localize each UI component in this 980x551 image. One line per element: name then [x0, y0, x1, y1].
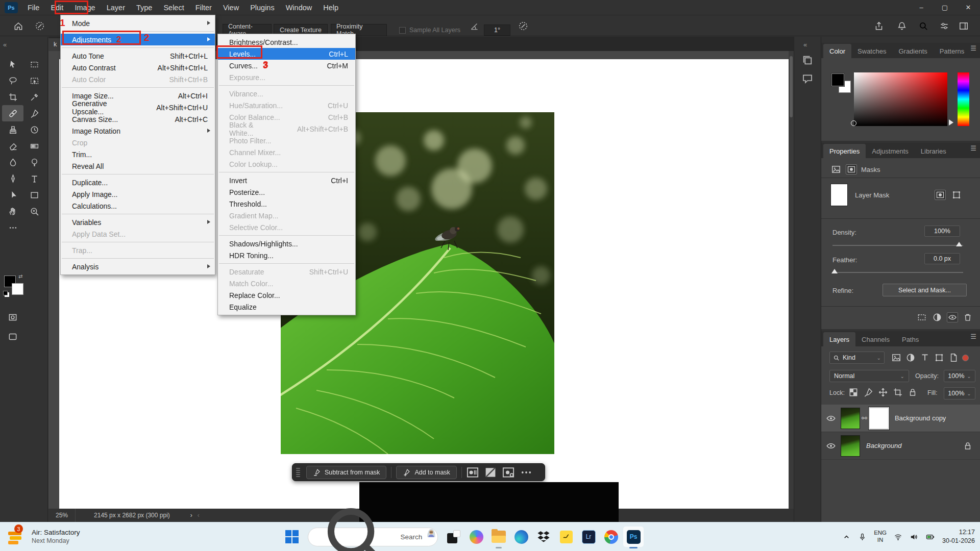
- tool-eyedropper[interactable]: [23, 89, 45, 105]
- collapse-toolbar-icon[interactable]: «: [3, 41, 7, 48]
- tool-dodge[interactable]: [23, 154, 45, 170]
- clock-date[interactable]: 12:1730-01-2026: [942, 528, 975, 545]
- default-colors-icon[interactable]: [3, 291, 8, 295]
- disable-mask-icon[interactable]: [483, 466, 498, 479]
- volume-icon[interactable]: [910, 533, 918, 541]
- tool-clone-stamp[interactable]: [2, 121, 23, 138]
- more-options-icon[interactable]: [519, 466, 533, 479]
- add-to-mask-button[interactable]: Add to mask: [396, 466, 456, 479]
- menu-item[interactable]: Color Lookup...: [218, 158, 355, 170]
- taskbar-app-lightroom[interactable]: Lr: [578, 527, 599, 547]
- feather-slider[interactable]: [832, 272, 963, 273]
- foreground-background-colors[interactable]: ⇄: [4, 276, 28, 299]
- taskbar-app-sticky-notes[interactable]: [556, 527, 576, 547]
- history-panel-icon[interactable]: [801, 54, 814, 66]
- battery-icon[interactable]: [925, 533, 935, 541]
- load-selection-icon[interactable]: [916, 312, 927, 322]
- tool-object-selection[interactable]: [23, 72, 45, 89]
- menu-item[interactable]: Match Color...: [218, 278, 355, 289]
- taskbar-app-file-explorer[interactable]: [488, 527, 509, 547]
- tool-type[interactable]: [23, 170, 45, 187]
- tool-spot-healing-brush[interactable]: [2, 105, 23, 121]
- subtract-from-mask-button[interactable]: Subtract from mask: [306, 466, 386, 479]
- panel-menu-icon[interactable]: ☰: [970, 147, 976, 149]
- panel-tab[interactable]: Swatches: [851, 44, 892, 58]
- menu-item[interactable]: Reveal All: [61, 160, 215, 172]
- select-and-mask-button[interactable]: Select and Mask...: [883, 284, 967, 296]
- status-back-icon[interactable]: ‹: [198, 512, 200, 519]
- layer-row-background-copy[interactable]: ⚯ Background copy: [821, 405, 980, 432]
- feather-value-field[interactable]: 0.0 px: [924, 253, 960, 264]
- share-icon[interactable]: [874, 21, 884, 31]
- photoshop-app-icon[interactable]: Ps: [5, 2, 18, 13]
- tool-marquee[interactable]: [23, 56, 45, 72]
- tool-path-selection[interactable]: [2, 187, 23, 203]
- tool-rectangle[interactable]: [23, 187, 45, 203]
- close-button[interactable]: ✕: [957, 0, 980, 15]
- menu-item[interactable]: Apply Data Set...: [61, 228, 215, 240]
- notifications-bell-icon[interactable]: [897, 21, 907, 31]
- filter-shape-layers-icon[interactable]: [934, 353, 945, 363]
- lock-transparency-icon[interactable]: [848, 387, 859, 397]
- panel-tab[interactable]: Channels: [855, 332, 896, 346]
- search-icon[interactable]: [918, 21, 928, 31]
- menu-item[interactable]: Calculations...: [61, 200, 215, 212]
- menu-item[interactable]: Trim...: [61, 148, 215, 160]
- opacity-field[interactable]: 100%⌄: [944, 370, 975, 382]
- pixel-layer-properties-icon[interactable]: [830, 164, 842, 174]
- tool-move[interactable]: [2, 56, 23, 72]
- lock-pixels-brush-icon[interactable]: [863, 387, 874, 397]
- menu-item[interactable]: Shadows/Highlights...: [218, 238, 355, 249]
- maximize-button[interactable]: ▢: [933, 0, 957, 15]
- menu-item[interactable]: Crop: [61, 137, 215, 148]
- menu-item[interactable]: Hue/Saturation... Ctrl+U: [218, 99, 355, 111]
- status-expand-icon[interactable]: ›: [190, 512, 192, 519]
- menu-item[interactable]: Replace Color...: [218, 289, 355, 301]
- taskbar-app-dropbox[interactable]: [533, 527, 554, 547]
- taskbar-app-copilot[interactable]: [466, 527, 486, 547]
- screen-mode-icon[interactable]: [7, 332, 18, 342]
- menu-item[interactable]: Selective Color...: [218, 221, 355, 233]
- workspace-icon[interactable]: [959, 21, 969, 31]
- add-vector-mask-icon[interactable]: [951, 190, 962, 200]
- taskbar-search[interactable]: Search: [308, 528, 438, 546]
- menu-item[interactable]: Duplicate...: [61, 177, 215, 188]
- mask-options-icon[interactable]: [501, 466, 516, 479]
- menubar-item[interactable]: Layer: [101, 1, 131, 14]
- menu-item[interactable]: Exposure...: [218, 71, 355, 83]
- menu-item[interactable]: Variables: [61, 216, 215, 228]
- menubar-item[interactable]: Select: [158, 1, 189, 14]
- panel-tab[interactable]: Patterns: [934, 44, 970, 58]
- layer-thumbnail[interactable]: [841, 408, 860, 429]
- mask-visibility-eye-icon[interactable]: [947, 312, 958, 322]
- minimize-button[interactable]: –: [910, 0, 933, 15]
- tool-history-brush[interactable]: [23, 121, 45, 138]
- panel-tab[interactable]: Layers: [823, 332, 855, 346]
- menu-item[interactable]: Desaturate Shift+Ctrl+U: [218, 266, 355, 278]
- tool-gradient[interactable]: [23, 138, 45, 154]
- panel-tab[interactable]: Properties: [823, 144, 866, 158]
- panel-tab[interactable]: Adjustments: [866, 144, 915, 158]
- layer-filter-kind-dropdown[interactable]: Kind ⌄: [829, 352, 885, 364]
- swap-colors-icon[interactable]: ⇄: [18, 273, 22, 279]
- color-field-cursor[interactable]: [851, 120, 856, 126]
- layer-mask-thumbnail[interactable]: [830, 184, 848, 206]
- menu-item[interactable]: Trap...: [61, 244, 215, 256]
- panel-menu-icon[interactable]: ☰: [970, 47, 976, 49]
- select-mask-icon[interactable]: [935, 190, 946, 200]
- panel-tab[interactable]: Paths: [896, 332, 925, 346]
- menu-item[interactable]: Generative Upscale... Alt+Shift+Ctrl+U: [61, 102, 215, 113]
- wifi-icon[interactable]: [894, 533, 902, 541]
- tool-edit-toolbar[interactable]: [2, 219, 23, 236]
- menu-item[interactable]: Auto Tone Shift+Ctrl+L: [61, 50, 215, 62]
- menubar-item[interactable]: Window: [280, 1, 318, 14]
- invert-mask-icon[interactable]: [932, 312, 943, 322]
- mask-properties-icon[interactable]: [465, 466, 480, 479]
- menu-item[interactable]: Equalize: [218, 301, 355, 313]
- layer-row-background[interactable]: Background: [821, 432, 980, 460]
- menubar-item[interactable]: Plugins: [244, 1, 280, 14]
- home-icon[interactable]: [13, 21, 23, 31]
- layer-visibility-eye-icon[interactable]: [825, 413, 837, 423]
- menu-item[interactable]: Invert Ctrl+I: [218, 174, 355, 186]
- menu-item[interactable]: Posterize...: [218, 186, 355, 198]
